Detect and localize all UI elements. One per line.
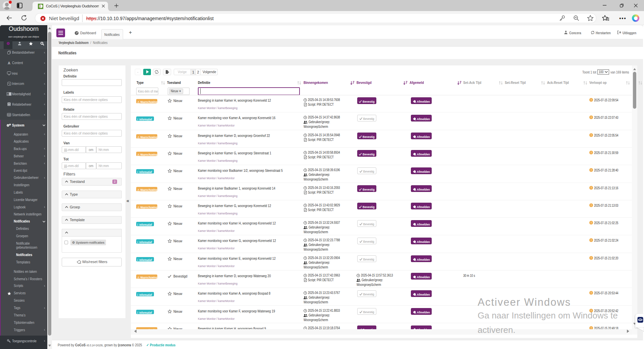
svg-text:A: A <box>7 93 8 95</box>
